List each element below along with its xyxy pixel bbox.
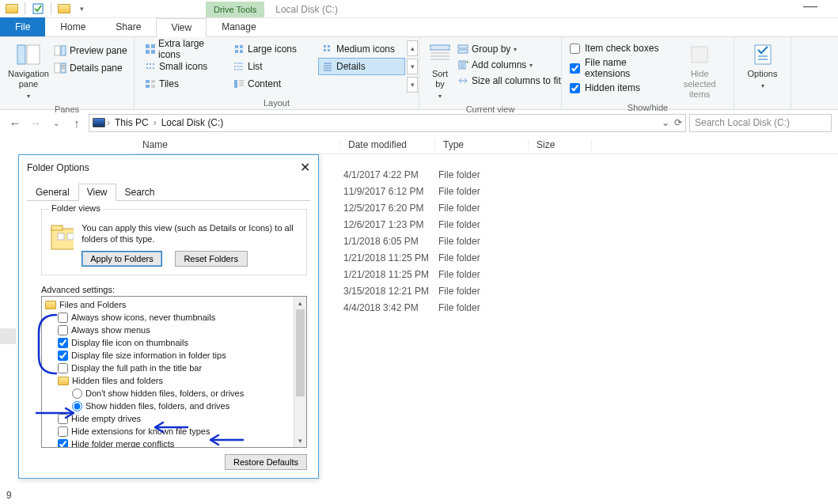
- adv-display-icon-thumb-checkbox[interactable]: [58, 338, 68, 348]
- svg-rect-15: [235, 50, 238, 53]
- breadcrumb-local-disk[interactable]: Local Disk (C:): [158, 117, 227, 128]
- tab-file[interactable]: File: [0, 17, 45, 36]
- tab-home[interactable]: Home: [45, 17, 100, 36]
- address-bar[interactable]: › This PC › Local Disk (C:) ⌄⟳: [89, 114, 686, 132]
- minimize-button[interactable]: —: [797, 0, 824, 11]
- layout-tiles[interactable]: Tiles: [141, 75, 228, 93]
- add-columns-button[interactable]: +Add columns ▾: [454, 58, 564, 72]
- item-check-label: Item check boxes: [585, 43, 658, 54]
- options-label: Options: [748, 69, 778, 79]
- adv-full-path-checkbox[interactable]: [58, 363, 68, 373]
- folder-views-icon: [50, 222, 74, 254]
- table-row[interactable]: 1/21/2018 11:25 PMFile folder: [343, 249, 532, 266]
- adv-hide-extensions-checkbox[interactable]: [58, 426, 68, 437]
- layout-medium-icons[interactable]: Medium icons: [318, 40, 405, 58]
- hide-selected-items-button[interactable]: Hide selected items: [672, 40, 727, 101]
- ribbon-group-show-hide: Show/hide: [568, 101, 727, 112]
- close-icon[interactable]: ✕: [300, 160, 310, 175]
- table-row[interactable]: 11/9/2017 6:12 PMFile folder: [343, 183, 532, 199]
- file-date: 11/9/2017 6:12 PM: [343, 186, 438, 197]
- adv-always-icons-checkbox[interactable]: [58, 313, 68, 323]
- svg-rect-1: [17, 45, 25, 64]
- preview-pane-label: Preview pane: [70, 45, 127, 56]
- reset-folders-button[interactable]: Reset Folders: [175, 251, 248, 267]
- table-row[interactable]: 1/1/2018 6:05 PMFile folder: [343, 233, 532, 249]
- layout-list[interactable]: List: [229, 58, 317, 75]
- layout-large-icons[interactable]: Large icons: [229, 40, 317, 58]
- context-tab-drive-tools: Drive Tools: [206, 2, 264, 17]
- qat-dropdown-icon[interactable]: ▾: [74, 2, 89, 16]
- address-dropdown-icon[interactable]: ⌄: [662, 117, 669, 128]
- file-date: 4/4/2018 3:42 PM: [343, 302, 438, 313]
- table-row[interactable]: 12/5/2017 6:20 PMFile folder: [343, 199, 532, 216]
- hidden-items-checkbox[interactable]: Hidden items: [568, 81, 672, 94]
- new-folder-qat-icon[interactable]: [57, 2, 71, 16]
- group-by-button[interactable]: Group by ▾: [454, 42, 564, 56]
- navigation-pane-button[interactable]: Navigation pane ▾: [6, 40, 51, 103]
- dialog-tab-view[interactable]: View: [78, 184, 116, 201]
- nav-tree-sliver: [0, 328, 16, 344]
- column-size[interactable]: Size: [529, 139, 592, 150]
- svg-rect-10: [151, 44, 155, 48]
- table-row[interactable]: 1/21/2018 11:25 PMFile folder: [343, 266, 532, 282]
- tab-share[interactable]: Share: [100, 17, 156, 36]
- folder-options-dialog: Folder Options ✕ General View Search Fol…: [18, 154, 319, 479]
- refresh-icon[interactable]: ⟳: [674, 117, 682, 128]
- search-placeholder: Search Local Disk (C:): [695, 117, 790, 128]
- advanced-settings-tree[interactable]: Files and Folders Always show icons, nev…: [42, 297, 294, 447]
- up-button[interactable]: ↑: [68, 116, 85, 130]
- ribbon-group-layout: Layout: [141, 97, 412, 108]
- adv-hide-merge-checkbox[interactable]: [58, 439, 68, 449]
- layout-gallery-scroll[interactable]: ▴▾▾: [407, 40, 418, 93]
- svg-rect-16: [240, 50, 243, 53]
- layout-details[interactable]: Details: [318, 58, 405, 75]
- adv-hide-empty-label: Hide empty drives: [71, 412, 141, 425]
- size-all-columns-button[interactable]: Size all columns to fit: [454, 74, 564, 88]
- folder-icon: [58, 377, 69, 385]
- svg-rect-17: [324, 45, 326, 47]
- file-date: 1/21/2018 11:25 PM: [343, 269, 438, 280]
- dialog-tab-general[interactable]: General: [27, 184, 78, 201]
- layout-small-icons[interactable]: Small icons: [141, 58, 228, 75]
- properties-qat-icon[interactable]: [31, 2, 45, 16]
- apply-to-folders-button[interactable]: Apply to Folders: [82, 251, 161, 267]
- tab-view[interactable]: View: [156, 18, 207, 37]
- tab-manage[interactable]: Manage: [207, 17, 271, 36]
- forward-button[interactable]: →: [27, 116, 44, 130]
- table-row[interactable]: 4/4/2018 3:42 PMFile folder: [343, 299, 532, 316]
- recent-locations-button[interactable]: ⌄: [47, 119, 65, 127]
- table-row[interactable]: 4/1/2017 4:22 PMFile folder: [343, 166, 532, 183]
- adv-scrollbar[interactable]: ▴▾: [294, 297, 306, 447]
- sort-by-button[interactable]: Sort by ▾: [426, 40, 454, 103]
- details-pane-label: Details pane: [70, 63, 123, 74]
- options-button[interactable]: Options ▾: [741, 40, 784, 93]
- column-type[interactable]: Type: [435, 139, 529, 150]
- table-row[interactable]: 3/15/2018 12:21 PMFile folder: [343, 282, 532, 299]
- svg-rect-64: [67, 233, 74, 240]
- adv-display-size-tips-checkbox[interactable]: [58, 351, 68, 361]
- file-name-extensions-checkbox[interactable]: File name extensions: [568, 56, 672, 80]
- adv-show-hidden-radio[interactable]: [72, 401, 82, 411]
- column-name[interactable]: Name: [135, 139, 340, 150]
- details-pane-button[interactable]: Details pane: [51, 61, 131, 75]
- adv-hide-empty-drives-checkbox[interactable]: [58, 414, 68, 424]
- file-date: 3/15/2018 12:21 PM: [343, 286, 438, 297]
- layout-extra-large-icons[interactable]: Extra large icons: [141, 40, 228, 58]
- svg-rect-11: [146, 50, 150, 54]
- chevron-down-icon: ▾: [27, 91, 30, 101]
- group-by-label: Group by: [472, 44, 510, 55]
- dialog-tab-search[interactable]: Search: [116, 184, 164, 201]
- adv-always-menus-checkbox[interactable]: [58, 325, 68, 335]
- table-row[interactable]: 12/6/2017 1:23 PMFile folder: [343, 216, 532, 233]
- hide-selected-label: Hide selected items: [673, 69, 726, 100]
- chevron-down-icon: ▾: [438, 91, 442, 101]
- breadcrumb-this-pc[interactable]: This PC: [112, 117, 152, 128]
- column-date-modified[interactable]: Date modified: [340, 139, 435, 150]
- restore-defaults-button[interactable]: Restore Defaults: [225, 454, 307, 470]
- search-input[interactable]: Search Local Disk (C:): [689, 114, 832, 132]
- preview-pane-button[interactable]: Preview pane: [51, 44, 131, 58]
- back-button[interactable]: ←: [6, 116, 24, 130]
- layout-content[interactable]: Content: [229, 75, 317, 93]
- item-check-boxes-checkbox[interactable]: Item check boxes: [568, 42, 672, 55]
- adv-dont-show-hidden-radio[interactable]: [72, 388, 82, 399]
